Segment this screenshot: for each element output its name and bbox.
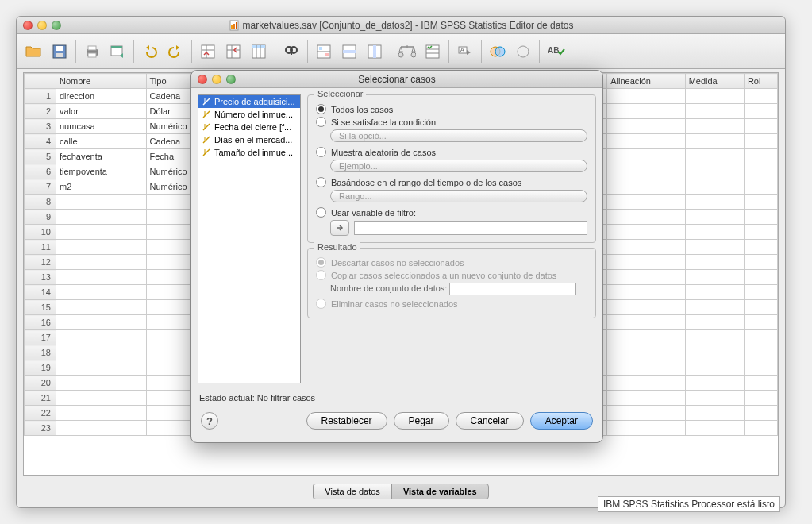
row-number[interactable]: 18 — [25, 345, 56, 360]
cell[interactable] — [607, 179, 685, 195]
cell[interactable]: numcasa — [56, 119, 147, 134]
filter-variable-input[interactable] — [354, 221, 587, 235]
open-file-icon[interactable] — [23, 40, 45, 63]
window-zoom-button[interactable] — [52, 21, 61, 30]
cell[interactable] — [607, 119, 685, 134]
tab-variable-view[interactable]: Vista de variables — [391, 484, 489, 499]
row-number[interactable]: 14 — [25, 285, 56, 300]
row-number[interactable]: 2 — [25, 104, 56, 119]
row-number[interactable]: 8 — [25, 195, 56, 210]
goto-variable-icon[interactable] — [222, 40, 244, 63]
cell[interactable] — [744, 210, 777, 225]
range-button[interactable]: Rango... — [330, 190, 587, 202]
row-number[interactable]: 5 — [25, 149, 56, 164]
cell[interactable] — [607, 391, 685, 406]
cell[interactable]: m2 — [56, 179, 147, 195]
cell[interactable] — [607, 330, 685, 345]
cell[interactable] — [607, 255, 685, 270]
cell[interactable] — [685, 285, 744, 300]
cell[interactable] — [685, 315, 744, 330]
col-alineacion[interactable]: Alineación — [607, 74, 685, 89]
radio-if-condition[interactable]: Si se satisface la condición — [316, 117, 587, 127]
cell[interactable] — [685, 89, 744, 104]
weight-cases-icon[interactable] — [396, 40, 418, 63]
cell[interactable] — [744, 270, 777, 285]
cell[interactable] — [685, 391, 744, 406]
cell[interactable]: calle — [56, 134, 147, 149]
undo-icon[interactable] — [139, 40, 161, 63]
col-nombre[interactable]: Nombre — [56, 74, 147, 89]
row-number[interactable]: 21 — [25, 391, 56, 406]
cell[interactable] — [685, 225, 744, 240]
var-item-dias[interactable]: Días en el mercad... — [198, 133, 300, 146]
cell[interactable] — [607, 285, 685, 300]
cancel-button[interactable]: Cancelar — [456, 412, 524, 430]
cell[interactable] — [685, 421, 744, 436]
cell[interactable] — [607, 104, 685, 119]
cell[interactable] — [56, 391, 147, 406]
cell[interactable] — [607, 360, 685, 376]
cell[interactable] — [685, 195, 744, 210]
cell[interactable] — [685, 104, 744, 119]
cell[interactable] — [744, 134, 777, 149]
move-variable-button[interactable] — [330, 220, 349, 236]
col-medida[interactable]: Medida — [685, 74, 744, 89]
cell[interactable] — [685, 210, 744, 225]
cell[interactable] — [685, 270, 744, 285]
cell[interactable] — [744, 421, 777, 436]
cell[interactable] — [56, 240, 147, 255]
var-item-numero[interactable]: Número del inmue... — [198, 108, 300, 121]
row-number[interactable]: 6 — [25, 164, 56, 179]
radio-random-sample[interactable]: Muestra aleatoria de casos — [316, 147, 587, 157]
cell[interactable]: tiempoventa — [56, 164, 147, 179]
row-number[interactable]: 11 — [25, 240, 56, 255]
var-item-tamano[interactable]: Tamaño del inmue... — [198, 146, 300, 159]
cell[interactable] — [56, 406, 147, 421]
goto-case-icon[interactable] — [197, 40, 219, 63]
spellcheck-icon[interactable]: AB — [545, 40, 567, 63]
cell[interactable] — [607, 149, 685, 164]
cell[interactable] — [56, 255, 147, 270]
cell[interactable] — [744, 376, 777, 391]
cell[interactable] — [56, 315, 147, 330]
if-button[interactable]: Si la opció... — [330, 129, 587, 142]
row-number[interactable]: 16 — [25, 315, 56, 330]
window-close-button[interactable] — [23, 21, 33, 30]
cell[interactable] — [56, 225, 147, 240]
cell[interactable] — [744, 406, 777, 421]
dialog-minimize-button[interactable] — [212, 75, 221, 84]
cell[interactable] — [607, 421, 685, 436]
var-item-precio[interactable]: Precio de adquisici... — [198, 95, 300, 108]
cell[interactable] — [744, 315, 777, 330]
cell[interactable] — [685, 300, 744, 315]
window-minimize-button[interactable] — [37, 21, 47, 30]
split-file-icon[interactable] — [313, 40, 335, 63]
cell[interactable] — [744, 345, 777, 360]
select-cases-icon[interactable] — [421, 40, 444, 63]
cell[interactable] — [607, 300, 685, 315]
recall-dialog-icon[interactable] — [106, 40, 129, 63]
row-number[interactable]: 1 — [25, 89, 56, 104]
cell[interactable] — [607, 225, 685, 240]
cell[interactable] — [56, 360, 147, 376]
row-number[interactable]: 19 — [25, 360, 56, 376]
col-rol[interactable]: Rol — [744, 74, 777, 89]
cell[interactable] — [685, 345, 744, 360]
radio-range[interactable]: Basándose en el rango del tiempo o de lo… — [316, 177, 587, 187]
cell[interactable] — [56, 285, 147, 300]
cell[interactable] — [607, 134, 685, 149]
row-number[interactable]: 23 — [25, 421, 56, 436]
show-all-variables-icon[interactable] — [512, 40, 534, 63]
cell[interactable] — [685, 406, 744, 421]
cell[interactable] — [607, 406, 685, 421]
cell[interactable] — [744, 240, 777, 255]
cell[interactable] — [607, 210, 685, 225]
cell[interactable] — [685, 164, 744, 179]
help-button[interactable]: ? — [201, 412, 218, 430]
cell[interactable]: direccion — [56, 89, 147, 104]
cell[interactable] — [607, 345, 685, 360]
cell[interactable] — [685, 255, 744, 270]
cell[interactable] — [744, 285, 777, 300]
cell[interactable] — [744, 330, 777, 345]
cell[interactable] — [685, 134, 744, 149]
